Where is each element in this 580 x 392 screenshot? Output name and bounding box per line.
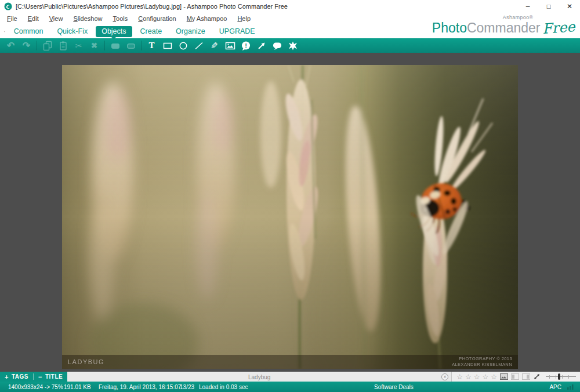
photo-artwork bbox=[62, 65, 518, 369]
status-date: Freitag, 19. April 2013, 16:15:07 bbox=[99, 384, 181, 390]
tab-common[interactable]: Common bbox=[8, 26, 49, 37]
tag-title-bar: + TAGS − TITLE Ladybug ✕ ☆ ☆ ☆ ☆ ☆ bbox=[0, 372, 580, 382]
brand-logo: Ashampoo® PhotoCommanderFree bbox=[432, 15, 575, 35]
star-tool-icon[interactable] bbox=[285, 39, 300, 52]
zoom-slider-ticks bbox=[549, 375, 575, 379]
tagbar-separator bbox=[33, 373, 34, 380]
collapse-title-icon[interactable]: − bbox=[38, 373, 42, 380]
photo-caption-title: LADYBUG bbox=[68, 358, 104, 365]
close-button[interactable]: ✕ bbox=[559, 0, 580, 13]
speech-bubble-icon[interactable] bbox=[269, 39, 285, 52]
svg-text:!: ! bbox=[245, 42, 247, 49]
photo-credit: PHOTOGRAPHY © 2013 ALEXANDER KISSELMANN bbox=[452, 356, 512, 368]
menu-help[interactable]: Help bbox=[232, 14, 256, 23]
tag-title-buttons: + TAGS − TITLE bbox=[0, 372, 67, 382]
window-title: [C:\Users\Public\Pictures\Ashampoo Pictu… bbox=[16, 3, 288, 10]
copy-icon[interactable] bbox=[39, 39, 55, 52]
star-rating-2[interactable]: ☆ bbox=[465, 373, 472, 380]
tab-create[interactable]: Create bbox=[135, 26, 168, 37]
image-view-icon[interactable] bbox=[499, 373, 509, 381]
zoom-slider-thumb[interactable] bbox=[558, 373, 560, 380]
pencil-tool-icon[interactable]: ✎ bbox=[206, 39, 222, 52]
status-app-badge: APC bbox=[549, 384, 561, 390]
zoom-slider[interactable] bbox=[546, 373, 576, 380]
paste-icon[interactable] bbox=[55, 39, 71, 52]
tab-bar-dot: · bbox=[3, 28, 6, 35]
compare-left-icon[interactable] bbox=[510, 373, 520, 381]
add-tag-icon[interactable]: + bbox=[5, 373, 9, 380]
menu-file[interactable]: File bbox=[2, 14, 23, 23]
toolbar-separator bbox=[37, 41, 37, 50]
undo-icon[interactable]: ↶ bbox=[3, 39, 19, 52]
tab-upgrade[interactable]: UPGRADE bbox=[213, 26, 261, 37]
star-rating-5[interactable]: ☆ bbox=[491, 373, 497, 380]
ellipse-tool-icon[interactable] bbox=[175, 39, 191, 52]
shape-back-icon[interactable] bbox=[123, 39, 139, 52]
software-deals-link[interactable]: Software Deals bbox=[374, 384, 414, 390]
menu-slideshow[interactable]: Slideshow bbox=[68, 14, 107, 23]
status-load-time: Loaded in 0.03 sec bbox=[199, 384, 248, 390]
maximize-button[interactable]: □ bbox=[538, 0, 559, 13]
photo-caption-bar: LADYBUG PHOTOGRAPHY © 2013 ALEXANDER KIS… bbox=[62, 355, 518, 369]
window-controls: – □ ✕ bbox=[517, 0, 580, 13]
app-icon bbox=[4, 2, 12, 10]
status-image-index: 13/23 bbox=[180, 384, 194, 390]
tab-objects[interactable]: Objects bbox=[96, 26, 132, 37]
image-tool-icon[interactable] bbox=[222, 39, 238, 52]
brand-photo: Photo bbox=[432, 20, 467, 35]
toolbar-separator bbox=[141, 41, 142, 50]
star-rating-4[interactable]: ☆ bbox=[482, 373, 488, 380]
brand-free: Free bbox=[542, 20, 576, 36]
rating-zoom-tools: ☆ ☆ ☆ ☆ ☆ bbox=[451, 372, 580, 382]
line-tool-icon[interactable] bbox=[191, 39, 206, 52]
compare-right-icon[interactable] bbox=[521, 373, 531, 381]
redo-icon[interactable]: ↷ bbox=[19, 39, 34, 52]
menu-configuration[interactable]: Configuration bbox=[133, 14, 181, 23]
image-canvas: LADYBUG PHOTOGRAPHY © 2013 ALEXANDER KIS… bbox=[0, 53, 580, 372]
stats-chart-icon[interactable] bbox=[567, 384, 574, 390]
object-toolbar: ↶ ↷ ✂ ✖ T ✎ ! bbox=[0, 38, 580, 53]
tab-quick-fix[interactable]: Quick-Fix bbox=[51, 26, 93, 37]
toolbar-separator bbox=[104, 41, 105, 50]
fit-zoom-icon[interactable] bbox=[532, 373, 542, 381]
exclamation-balloon-icon[interactable]: ! bbox=[238, 39, 253, 52]
photo-ladybug[interactable]: LADYBUG PHOTOGRAPHY © 2013 ALEXANDER KIS… bbox=[62, 65, 518, 369]
cut-icon[interactable]: ✂ bbox=[71, 39, 86, 52]
menu-edit[interactable]: Edit bbox=[23, 14, 44, 23]
tab-organize[interactable]: Organize bbox=[170, 26, 211, 37]
brand-commander: Commander bbox=[467, 20, 541, 35]
image-title-field[interactable]: Ladybug ✕ bbox=[67, 372, 451, 382]
minimize-button[interactable]: – bbox=[517, 0, 538, 13]
status-resolution: 1400x933x24 -> 75% bbox=[8, 384, 63, 390]
header: File Edit View Slideshow Tools Configura… bbox=[0, 13, 580, 38]
star-rating-1[interactable]: ☆ bbox=[456, 373, 463, 380]
image-title-value[interactable]: Ladybug bbox=[248, 374, 270, 380]
shape-front-icon[interactable] bbox=[107, 39, 123, 52]
status-bar: 1400x933x24 -> 75% 191.01 KB Freitag, 19… bbox=[0, 382, 580, 392]
menu-tools[interactable]: Tools bbox=[108, 14, 133, 23]
status-filesize: 191.01 KB bbox=[64, 384, 91, 390]
delete-icon[interactable]: ✖ bbox=[86, 39, 102, 52]
star-rating-3[interactable]: ☆ bbox=[474, 373, 480, 380]
menu-my-ashampoo[interactable]: My Ashampoo bbox=[182, 14, 233, 23]
rectangle-tool-icon[interactable] bbox=[160, 39, 175, 52]
tags-button[interactable]: TAGS bbox=[12, 373, 28, 380]
title-button[interactable]: TITLE bbox=[45, 373, 63, 380]
clear-title-button[interactable]: ✕ bbox=[441, 373, 448, 380]
text-tool-icon[interactable]: T bbox=[144, 39, 160, 52]
menu-view[interactable]: View bbox=[44, 14, 68, 23]
arrow-tool-icon[interactable] bbox=[253, 39, 269, 52]
title-bar: [C:\Users\Public\Pictures\Ashampoo Pictu… bbox=[0, 0, 580, 13]
